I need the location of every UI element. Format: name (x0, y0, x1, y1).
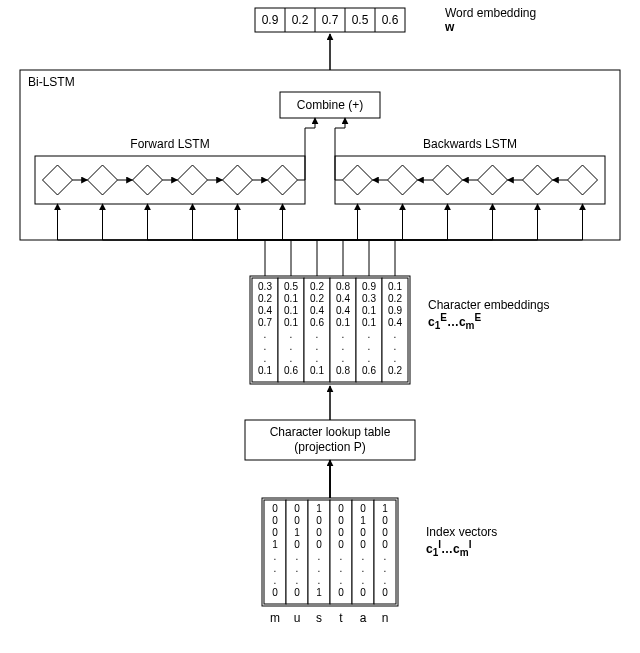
char-embedding-value: 0.1 (362, 317, 376, 328)
index-vector-value: 0 (272, 587, 278, 598)
char-label: u (294, 611, 301, 625)
index-vector-value: 0 (338, 539, 344, 550)
char-embedding-value: 0.4 (258, 305, 272, 316)
index-vector-value: 0 (338, 503, 344, 514)
index-vector-value: 0 (316, 539, 322, 550)
index-vector-value: 1 (272, 539, 278, 550)
index-vector-value: 0 (294, 515, 300, 526)
char-label: n (382, 611, 389, 625)
backward-lstm-label: Backwards LSTM (423, 137, 517, 151)
index-vector-value: 0 (382, 539, 388, 550)
char-embedding-value: . (368, 341, 371, 352)
char-embedding-value: 0.7 (258, 317, 272, 328)
char-embedding-value: . (264, 329, 267, 340)
index-vector-value: . (362, 563, 365, 574)
index-vector-value: . (384, 551, 387, 562)
index-vector-value: 0 (360, 527, 366, 538)
index-vector-value: 0 (360, 503, 366, 514)
char-embedding-value: 0.1 (362, 305, 376, 316)
char-embedding-value: 0.2 (388, 365, 402, 376)
char-embedding-value: 0.3 (362, 293, 376, 304)
char-embedding-value: 0.5 (284, 281, 298, 292)
word-embedding-label: Word embeddingw (445, 6, 625, 34)
char-embedding-value: 0.1 (284, 305, 298, 316)
index-vectors-label: Index vectorsc1I…cmI (426, 525, 626, 558)
char-embedding-value: . (368, 353, 371, 364)
char-embedding-value: 0.6 (310, 317, 324, 328)
char-embedding-value: 0.8 (336, 365, 350, 376)
char-embedding-value: . (290, 353, 293, 364)
index-vector-value: 0 (316, 527, 322, 538)
index-vector-value: . (318, 575, 321, 586)
index-vector-value: 0 (272, 515, 278, 526)
char-embedding-value: 0.8 (336, 281, 350, 292)
index-vector-value: . (362, 551, 365, 562)
char-embedding-value: 0.2 (310, 281, 324, 292)
char-label: m (270, 611, 280, 625)
char-embedding-value: . (394, 353, 397, 364)
index-vector-value: 0 (294, 539, 300, 550)
index-vector-value: 0 (294, 503, 300, 514)
char-embedding-value: 0.4 (310, 305, 324, 316)
char-embedding-value: 0.1 (258, 365, 272, 376)
index-vector-value: . (274, 563, 277, 574)
index-vector-value: 0 (382, 515, 388, 526)
char-label: a (360, 611, 367, 625)
index-vector-value: . (340, 551, 343, 562)
lookup-line2: (projection P) (294, 440, 365, 454)
index-vector-value: 1 (316, 587, 322, 598)
index-vector-value: . (296, 563, 299, 574)
char-embedding-value: . (290, 341, 293, 352)
index-vector-value: . (274, 575, 277, 586)
index-vector-value: 0 (360, 539, 366, 550)
char-embedding-value: 0.3 (258, 281, 272, 292)
char-embedding-value: 0.1 (310, 365, 324, 376)
index-vector-value: 1 (382, 503, 388, 514)
char-embedding-value: 0.6 (284, 365, 298, 376)
char-embedding-value: 0.4 (388, 317, 402, 328)
char-embedding-value: 0.2 (388, 293, 402, 304)
index-vector-value: . (362, 575, 365, 586)
char-embedding-value: . (394, 341, 397, 352)
index-vector-value: . (384, 575, 387, 586)
char-embedding-value: . (316, 353, 319, 364)
word-embedding-value: 0.2 (292, 13, 309, 27)
index-vector-value: . (318, 563, 321, 574)
char-embedding-value: . (342, 353, 345, 364)
word-embedding-value: 0.7 (322, 13, 339, 27)
char-embedding-value: . (342, 341, 345, 352)
index-vector-value: 0 (294, 587, 300, 598)
char-embedding-value: 0.1 (284, 317, 298, 328)
forward-lstm-label: Forward LSTM (130, 137, 209, 151)
index-vector-value: . (296, 551, 299, 562)
index-vector-value: . (318, 551, 321, 562)
char-embedding-value: 0.4 (336, 293, 350, 304)
char-embedding-value: . (290, 329, 293, 340)
char-embedding-value: . (264, 341, 267, 352)
bilstm-char-diagram: 0.90.20.70.50.6Word embeddingwBi-LSTMCom… (0, 0, 640, 653)
index-vector-value: . (340, 563, 343, 574)
index-vector-value: 0 (272, 527, 278, 538)
char-embedding-value: . (316, 329, 319, 340)
char-embedding-value: . (394, 329, 397, 340)
index-vector-value: 0 (338, 587, 344, 598)
index-vector-value: 0 (382, 527, 388, 538)
char-embeddings-label: Character embeddingsc1E…cmE (428, 298, 628, 331)
char-embedding-value: 0.6 (362, 365, 376, 376)
index-vector-value: . (340, 575, 343, 586)
char-label: t (339, 611, 343, 625)
word-embedding-value: 0.6 (382, 13, 399, 27)
index-vector-value: 0 (382, 587, 388, 598)
char-embedding-value: 0.4 (336, 305, 350, 316)
char-label: s (316, 611, 322, 625)
char-embedding-value: . (342, 329, 345, 340)
index-vector-value: . (384, 563, 387, 574)
index-vector-value: 0 (316, 515, 322, 526)
char-embedding-value: 0.1 (388, 281, 402, 292)
char-embedding-value: 0.9 (388, 305, 402, 316)
word-embedding-value: 0.5 (352, 13, 369, 27)
char-embedding-value: . (316, 341, 319, 352)
combine-label: Combine (+) (297, 98, 363, 112)
index-vector-value: . (274, 551, 277, 562)
char-embedding-value: . (368, 329, 371, 340)
